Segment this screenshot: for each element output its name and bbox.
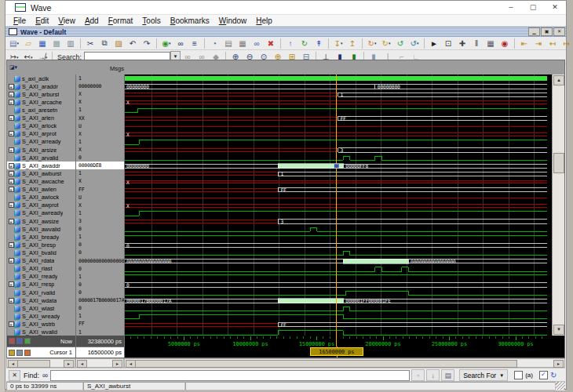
expander-icon[interactable]: + — [9, 202, 14, 208]
names-scroll-thumb[interactable] — [17, 360, 50, 368]
find-report-icon[interactable]: ▤ — [441, 369, 454, 381]
redo-icon[interactable]: ↷ — [140, 37, 154, 49]
signal-name-S_AXI_arready[interactable]: S_AXI_arready — [7, 138, 75, 146]
menu-window[interactable]: Window — [214, 16, 252, 25]
select-pointer-icon[interactable]: ► — [427, 37, 441, 49]
find-binoculars-icon[interactable]: ∞ — [42, 371, 48, 379]
prev-marker-icon[interactable]: ↑ — [283, 37, 297, 49]
copy-icon[interactable]: ⧉ — [97, 37, 111, 49]
signal-name-S_AXI_arvalid[interactable]: S_AXI_arvalid — [7, 154, 75, 162]
move-down-icon[interactable]: ↧▾ — [331, 37, 345, 49]
expander-icon[interactable]: + — [9, 258, 14, 263]
waveform-canvas[interactable]: 00000000000008001XFFX30000000000000FF81X… — [125, 74, 552, 336]
expander-icon[interactable]: + — [9, 321, 14, 327]
expander-icon[interactable]: + — [9, 281, 14, 287]
move-up-icon[interactable]: ↥ — [345, 37, 359, 49]
signal-name-S_AXI_awcache[interactable]: +S_AXI_awcache — [7, 177, 75, 185]
names-scroll-right-icon[interactable]: ► — [64, 360, 74, 368]
find-close-icon[interactable]: ✕ — [9, 370, 20, 381]
delete-icon[interactable]: ✖ — [264, 37, 278, 49]
wave-scroll-thumb[interactable] — [135, 360, 517, 368]
names-scrollbar[interactable]: ◄ ► — [6, 358, 75, 368]
signal-name-S_AXI_awlen[interactable]: +S_AXI_awlen — [7, 186, 75, 194]
sim-time-icon[interactable]: ◔ — [207, 37, 221, 49]
values-scroll-left-icon[interactable]: ◄ — [77, 360, 87, 368]
wave-scrollbar[interactable]: ◄ ► — [124, 358, 565, 368]
signal-name-S_AXI_rready[interactable]: S_AXI_rready — [7, 273, 75, 281]
signal-name-S_AXI_awsize[interactable]: +S_AXI_awsize — [7, 217, 75, 225]
values-scrollbar[interactable]: ◄ ► — [75, 358, 124, 368]
wave-scroll-right-icon[interactable]: ► — [553, 360, 564, 368]
edit-mode-icon[interactable]: ▦ — [484, 37, 498, 49]
wave-zoom-icon[interactable] — [16, 338, 23, 344]
signal-name-S_AXI_awaddr[interactable]: +S_AXI_awaddr — [7, 162, 75, 169]
mdi-title-bar[interactable]: Wave - Default ▁▣✕ — [5, 27, 566, 37]
cursor-label[interactable]: Cursor 1 — [49, 349, 75, 356]
find-input[interactable] — [50, 370, 410, 381]
zoom-select-icon[interactable]: ⊡ — [441, 37, 455, 49]
reload-icon[interactable]: ▩ — [49, 37, 64, 49]
stop-light-icon[interactable]: ◉ — [498, 37, 512, 49]
expander-icon[interactable]: + — [9, 179, 14, 184]
next-edge-icon[interactable]: ↦ — [560, 37, 573, 49]
resize-grip[interactable] — [556, 382, 565, 390]
scroll-up-icon[interactable]: ▲ — [553, 75, 564, 85]
reload-orange-icon[interactable]: ↻▾ — [365, 37, 379, 49]
search-for-dropdown[interactable]: Search For ▼ — [459, 369, 508, 381]
signal-name-S_AXI_rlast[interactable]: S_AXI_rlast — [7, 265, 75, 273]
save-icon[interactable]: ▦ — [35, 37, 49, 49]
pause-icon[interactable]: ‖ — [469, 37, 484, 49]
signal-name-S_AXI_bvalid[interactable]: S_AXI_bvalid — [7, 249, 75, 256]
signal-name-S_AXI_wready[interactable]: S_AXI_wready — [7, 312, 75, 320]
signal-name-S_AXI_wvalid[interactable]: S_AXI_wvalid — [7, 328, 75, 336]
vertical-scroll-thumb[interactable] — [553, 153, 564, 173]
mdi-minimize-button[interactable]: ▁ — [528, 27, 540, 36]
signal-name-S_AXI_awlock[interactable]: S_AXI_awlock — [7, 194, 75, 201]
signal-name-S_AXI_arlock[interactable]: S_AXI_arlock — [7, 122, 75, 130]
signal-name-S_AXI_wstrb[interactable]: +S_AXI_wstrb — [7, 320, 75, 328]
expander-icon[interactable]: + — [9, 171, 14, 176]
signal-name-S_AXI_bready[interactable]: S_AXI_bready — [7, 233, 75, 241]
menu-view[interactable]: View — [53, 16, 80, 25]
signal-name-S_AXI_rdata[interactable]: +S_AXI_rdata — [7, 257, 75, 265]
undo-icon[interactable]: ↶ — [126, 37, 140, 49]
signal-name-S_AXI_arburst[interactable]: +S_AXI_arburst — [7, 90, 75, 98]
signal-name-S_AXI_bresp[interactable]: +S_AXI_bresp — [7, 241, 75, 249]
menu-add[interactable]: Add — [80, 16, 104, 25]
pane-select-icon[interactable]: ◪▾ — [9, 64, 17, 71]
expander-icon[interactable]: + — [9, 92, 14, 97]
wave-mode-icon[interactable] — [9, 338, 15, 344]
refresh-icon[interactable]: ↻ — [297, 37, 312, 49]
find-next-icon[interactable]: ↓ — [426, 369, 440, 381]
signal-name-S_AXI_awprot[interactable]: +S_AXI_awprot — [7, 201, 75, 209]
cursor-time-box[interactable]: 16500000 ps — [310, 347, 363, 356]
signal-name-S_AXI_awburst[interactable]: +S_AXI_awburst — [7, 169, 75, 177]
show-list-icon[interactable]: ≡ — [188, 37, 202, 49]
prev-transition-icon[interactable]: ⇤ — [517, 37, 531, 49]
reload-green-icon[interactable]: ↺ — [393, 37, 407, 49]
expander-icon[interactable]: + — [9, 147, 14, 153]
cut-icon[interactable]: ✂ — [83, 37, 97, 49]
mdi-undock-button[interactable]: ▣ — [541, 27, 553, 36]
signal-name-S_AXI_rvalid[interactable]: S_AXI_rvalid — [7, 289, 75, 296]
signal-name-S_AXI_wdata[interactable]: +S_AXI_wdata — [7, 296, 75, 304]
paste-icon[interactable]: ▨ — [111, 37, 126, 49]
menu-edit[interactable]: Edit — [31, 16, 53, 25]
prev-edge-icon[interactable]: ↤ — [546, 37, 560, 49]
timeline-ruler[interactable]: 0 ps5000000 ps10000000 ps15000000 ps2000… — [125, 336, 564, 347]
next-marker-icon[interactable]: ↟ — [312, 37, 326, 49]
cursor-edit-icon[interactable] — [16, 350, 23, 356]
expander-icon[interactable]: + — [9, 187, 14, 192]
signal-name-S_AXI_rresp[interactable]: +S_AXI_rresp — [7, 281, 75, 289]
cursor-color-icon[interactable] — [24, 350, 31, 356]
values-scroll-right-icon[interactable]: ► — [112, 360, 122, 368]
find-scope-icon[interactable]: ▫ — [411, 369, 425, 381]
add-wave-icon[interactable]: ◉▾ — [159, 37, 173, 49]
expander-icon[interactable]: + — [9, 84, 14, 89]
cursor-track[interactable]: 16500000 ps — [125, 347, 564, 358]
expander-icon[interactable]: + — [9, 219, 14, 224]
mdi-close-button[interactable]: ✕ — [553, 27, 565, 36]
menu-tools[interactable]: Tools — [137, 16, 165, 25]
signal-name-S_AXI_arcache[interactable]: +S_AXI_arcache — [7, 98, 75, 106]
signal-name-S_AXI_arprot[interactable]: +S_AXI_arprot — [7, 130, 75, 138]
